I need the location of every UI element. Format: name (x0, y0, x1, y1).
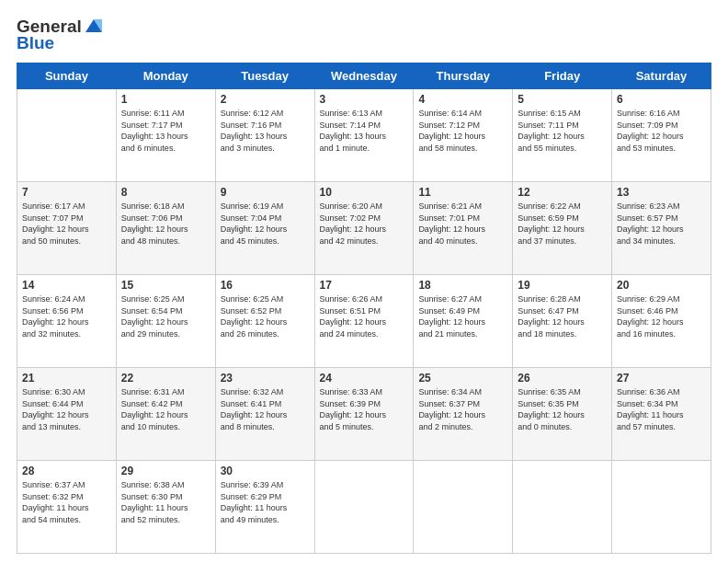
calendar-cell: 17Sunrise: 6:26 AM Sunset: 6:51 PM Dayli… (314, 275, 414, 368)
day-info: Sunrise: 6:12 AM Sunset: 7:16 PM Dayligh… (221, 108, 310, 154)
logo: General Blue (17, 17, 104, 53)
day-info: Sunrise: 6:22 AM Sunset: 6:59 PM Dayligh… (518, 201, 607, 247)
calendar-cell (612, 461, 711, 554)
calendar-cell: 15Sunrise: 6:25 AM Sunset: 6:54 PM Dayli… (116, 275, 215, 368)
col-header-monday: Monday (116, 63, 215, 89)
day-number: 30 (221, 465, 310, 477)
calendar-cell: 20Sunrise: 6:29 AM Sunset: 6:46 PM Dayli… (612, 275, 711, 368)
day-number: 2 (221, 93, 310, 106)
day-number: 26 (518, 372, 607, 385)
day-number: 24 (320, 372, 409, 385)
calendar-week-4: 21Sunrise: 6:30 AM Sunset: 6:44 PM Dayli… (17, 368, 711, 461)
calendar-week-5: 28Sunrise: 6:37 AM Sunset: 6:32 PM Dayli… (17, 461, 711, 554)
day-info: Sunrise: 6:38 AM Sunset: 6:30 PM Dayligh… (121, 479, 210, 525)
calendar-cell: 8Sunrise: 6:18 AM Sunset: 7:06 PM Daylig… (116, 182, 215, 275)
day-info: Sunrise: 6:14 AM Sunset: 7:12 PM Dayligh… (418, 108, 507, 154)
header: General Blue (17, 17, 711, 53)
day-number: 13 (617, 186, 706, 199)
day-info: Sunrise: 6:30 AM Sunset: 6:44 PM Dayligh… (22, 386, 111, 432)
col-header-tuesday: Tuesday (215, 63, 314, 89)
calendar-cell: 28Sunrise: 6:37 AM Sunset: 6:32 PM Dayli… (17, 461, 117, 554)
calendar-cell: 7Sunrise: 6:17 AM Sunset: 7:07 PM Daylig… (17, 182, 117, 275)
day-number: 12 (518, 186, 607, 199)
calendar-cell: 1Sunrise: 6:11 AM Sunset: 7:17 PM Daylig… (116, 89, 215, 182)
day-number: 10 (320, 186, 409, 199)
col-header-sunday: Sunday (17, 63, 117, 89)
day-info: Sunrise: 6:34 AM Sunset: 6:37 PM Dayligh… (418, 386, 507, 432)
day-info: Sunrise: 6:17 AM Sunset: 7:07 PM Dayligh… (22, 201, 111, 247)
calendar-cell: 25Sunrise: 6:34 AM Sunset: 6:37 PM Dayli… (414, 368, 513, 461)
col-header-wednesday: Wednesday (314, 63, 414, 89)
calendar-cell: 21Sunrise: 6:30 AM Sunset: 6:44 PM Dayli… (17, 368, 117, 461)
day-info: Sunrise: 6:29 AM Sunset: 6:46 PM Dayligh… (617, 293, 706, 339)
day-number: 22 (121, 372, 210, 385)
calendar-cell: 6Sunrise: 6:16 AM Sunset: 7:09 PM Daylig… (612, 89, 711, 182)
day-info: Sunrise: 6:28 AM Sunset: 6:47 PM Dayligh… (518, 293, 607, 339)
day-number: 18 (418, 279, 507, 292)
day-info: Sunrise: 6:36 AM Sunset: 6:34 PM Dayligh… (617, 386, 706, 432)
day-number: 29 (121, 465, 210, 477)
day-info: Sunrise: 6:39 AM Sunset: 6:29 PM Dayligh… (221, 479, 310, 525)
calendar-week-3: 14Sunrise: 6:24 AM Sunset: 6:56 PM Dayli… (17, 275, 711, 368)
logo-icon (84, 16, 104, 36)
calendar-cell: 18Sunrise: 6:27 AM Sunset: 6:49 PM Dayli… (414, 275, 513, 368)
day-number: 11 (418, 186, 507, 199)
day-info: Sunrise: 6:31 AM Sunset: 6:42 PM Dayligh… (121, 386, 210, 432)
calendar-cell: 29Sunrise: 6:38 AM Sunset: 6:30 PM Dayli… (116, 461, 215, 554)
day-number: 8 (121, 186, 210, 199)
calendar-cell: 24Sunrise: 6:33 AM Sunset: 6:39 PM Dayli… (314, 368, 414, 461)
col-header-saturday: Saturday (612, 63, 711, 89)
day-number: 19 (518, 279, 607, 292)
calendar-week-1: 1Sunrise: 6:11 AM Sunset: 7:17 PM Daylig… (17, 89, 711, 182)
day-number: 17 (320, 279, 409, 292)
calendar-cell: 2Sunrise: 6:12 AM Sunset: 7:16 PM Daylig… (215, 89, 314, 182)
day-info: Sunrise: 6:16 AM Sunset: 7:09 PM Dayligh… (617, 108, 706, 154)
day-number: 28 (22, 465, 111, 477)
calendar-cell: 4Sunrise: 6:14 AM Sunset: 7:12 PM Daylig… (414, 89, 513, 182)
day-info: Sunrise: 6:37 AM Sunset: 6:32 PM Dayligh… (22, 479, 111, 525)
calendar-cell: 11Sunrise: 6:21 AM Sunset: 7:01 PM Dayli… (414, 182, 513, 275)
day-number: 6 (617, 93, 706, 106)
day-info: Sunrise: 6:20 AM Sunset: 7:02 PM Dayligh… (320, 201, 409, 247)
day-info: Sunrise: 6:13 AM Sunset: 7:14 PM Dayligh… (320, 108, 409, 154)
col-header-thursday: Thursday (414, 63, 513, 89)
calendar-cell: 27Sunrise: 6:36 AM Sunset: 6:34 PM Dayli… (612, 368, 711, 461)
day-number: 4 (418, 93, 507, 106)
day-info: Sunrise: 6:19 AM Sunset: 7:04 PM Dayligh… (221, 201, 310, 247)
day-number: 9 (221, 186, 310, 199)
day-number: 25 (418, 372, 507, 385)
day-info: Sunrise: 6:35 AM Sunset: 6:35 PM Dayligh… (518, 386, 607, 432)
calendar-cell: 9Sunrise: 6:19 AM Sunset: 7:04 PM Daylig… (215, 182, 314, 275)
calendar-cell (513, 461, 612, 554)
calendar-cell: 26Sunrise: 6:35 AM Sunset: 6:35 PM Dayli… (513, 368, 612, 461)
day-number: 15 (121, 279, 210, 292)
calendar-cell: 23Sunrise: 6:32 AM Sunset: 6:41 PM Dayli… (215, 368, 314, 461)
calendar-cell (414, 461, 513, 554)
calendar-cell: 30Sunrise: 6:39 AM Sunset: 6:29 PM Dayli… (215, 461, 314, 554)
day-info: Sunrise: 6:25 AM Sunset: 6:54 PM Dayligh… (121, 293, 210, 339)
calendar-cell: 10Sunrise: 6:20 AM Sunset: 7:02 PM Dayli… (314, 182, 414, 275)
day-number: 14 (22, 279, 111, 292)
calendar-week-2: 7Sunrise: 6:17 AM Sunset: 7:07 PM Daylig… (17, 182, 711, 275)
calendar-cell: 3Sunrise: 6:13 AM Sunset: 7:14 PM Daylig… (314, 89, 414, 182)
calendar-cell: 22Sunrise: 6:31 AM Sunset: 6:42 PM Dayli… (116, 368, 215, 461)
day-number: 5 (518, 93, 607, 106)
calendar-header-row: SundayMondayTuesdayWednesdayThursdayFrid… (17, 63, 711, 89)
calendar-cell (17, 89, 117, 182)
day-number: 20 (617, 279, 706, 292)
day-number: 27 (617, 372, 706, 385)
day-info: Sunrise: 6:25 AM Sunset: 6:52 PM Dayligh… (221, 293, 310, 339)
col-header-friday: Friday (513, 63, 612, 89)
day-number: 23 (221, 372, 310, 385)
day-info: Sunrise: 6:26 AM Sunset: 6:51 PM Dayligh… (320, 293, 409, 339)
calendar-cell: 16Sunrise: 6:25 AM Sunset: 6:52 PM Dayli… (215, 275, 314, 368)
calendar-cell: 13Sunrise: 6:23 AM Sunset: 6:57 PM Dayli… (612, 182, 711, 275)
calendar-cell: 19Sunrise: 6:28 AM Sunset: 6:47 PM Dayli… (513, 275, 612, 368)
day-info: Sunrise: 6:21 AM Sunset: 7:01 PM Dayligh… (418, 201, 507, 247)
day-number: 3 (320, 93, 409, 106)
day-info: Sunrise: 6:18 AM Sunset: 7:06 PM Dayligh… (121, 201, 210, 247)
day-number: 16 (221, 279, 310, 292)
day-info: Sunrise: 6:24 AM Sunset: 6:56 PM Dayligh… (22, 293, 111, 339)
day-info: Sunrise: 6:27 AM Sunset: 6:49 PM Dayligh… (418, 293, 507, 339)
day-info: Sunrise: 6:33 AM Sunset: 6:39 PM Dayligh… (320, 386, 409, 432)
